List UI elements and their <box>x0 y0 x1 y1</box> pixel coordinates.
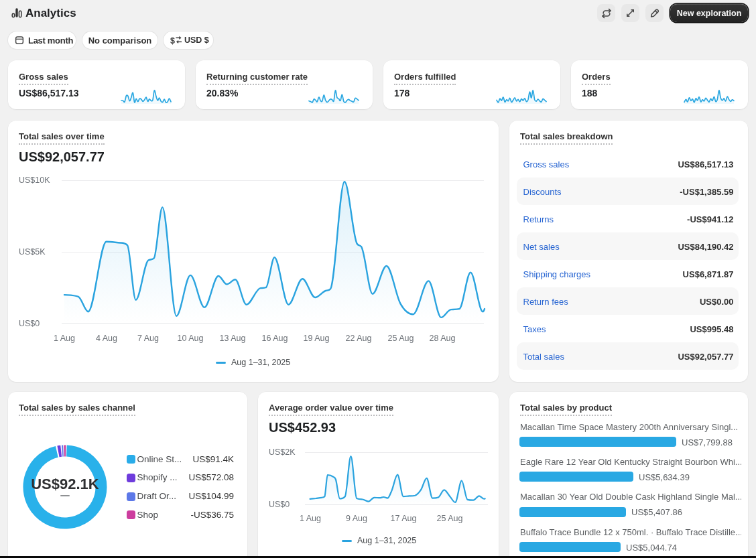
svg-text:$: $ <box>170 36 175 46</box>
